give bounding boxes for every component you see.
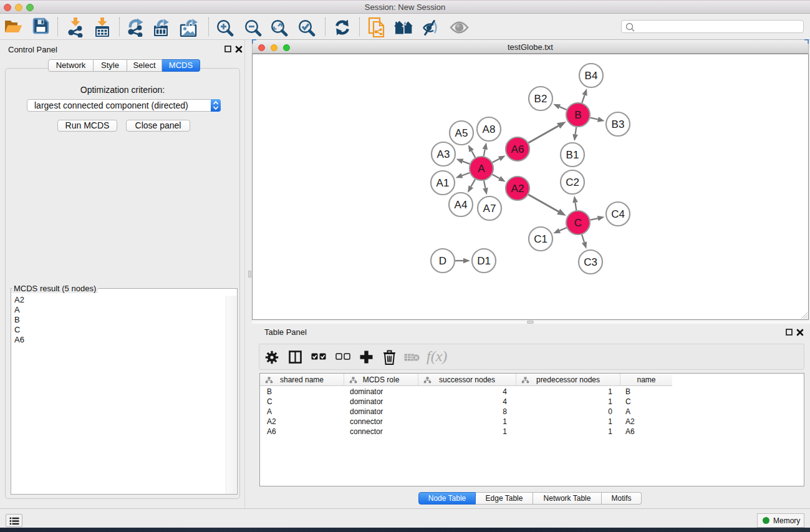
svg-text:C: C — [574, 217, 582, 229]
svg-text:D: D — [439, 255, 446, 267]
svg-text:B3: B3 — [612, 118, 625, 130]
svg-text:A2: A2 — [511, 183, 524, 195]
svg-text:D1: D1 — [477, 255, 491, 267]
svg-text:B1: B1 — [566, 149, 579, 161]
svg-text:A6: A6 — [511, 143, 524, 155]
svg-text:B4: B4 — [585, 70, 598, 82]
svg-text:B: B — [574, 109, 581, 121]
svg-text:A: A — [478, 163, 485, 175]
svg-text:A4: A4 — [455, 199, 468, 211]
svg-text:C1: C1 — [534, 233, 547, 245]
svg-text:C4: C4 — [611, 208, 625, 220]
svg-text:B2: B2 — [534, 93, 547, 105]
svg-text:C3: C3 — [584, 256, 597, 268]
svg-text:A7: A7 — [483, 203, 496, 215]
svg-text:A8: A8 — [483, 123, 496, 135]
svg-text:A5: A5 — [455, 127, 468, 139]
svg-text:A1: A1 — [436, 177, 450, 189]
svg-text:C2: C2 — [566, 177, 579, 188]
svg-text:A3: A3 — [437, 148, 450, 160]
